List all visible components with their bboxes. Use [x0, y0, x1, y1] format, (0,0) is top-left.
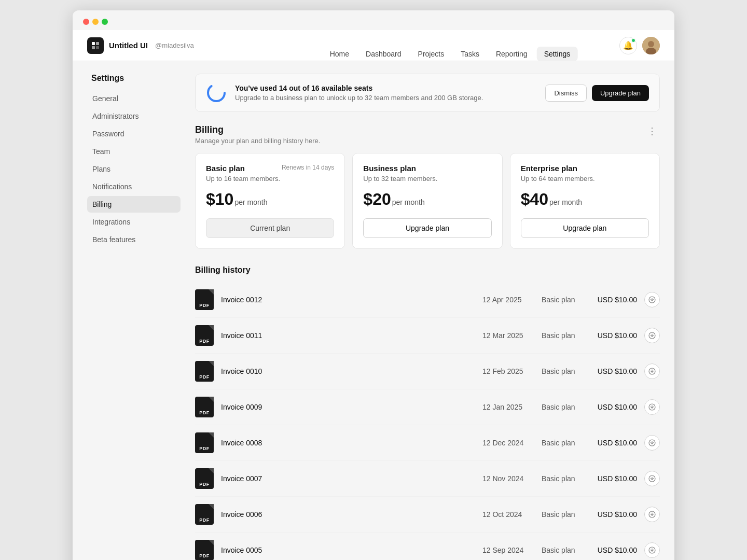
download-icon — [648, 332, 656, 339]
invoice-date: 12 Nov 2024 — [482, 474, 534, 483]
nav-reporting[interactable]: Reporting — [489, 47, 535, 61]
invoice-name: Invoice 0008 — [221, 439, 475, 447]
sidebar-item-plans[interactable]: Plans — [87, 161, 181, 177]
pdf-label: PDF — [199, 553, 210, 558]
sidebar-title: Settings — [87, 74, 181, 83]
plan-price-unit-enterprise: per month — [549, 198, 582, 206]
app-logo — [87, 37, 104, 54]
upgrade-title: You've used 14 out of 16 available seats — [235, 84, 537, 92]
plan-price-row-basic: $10 per month — [206, 190, 334, 209]
plan-price-unit-basic: per month — [234, 198, 267, 206]
main-content: You've used 14 out of 16 available seats… — [195, 74, 660, 560]
upgrade-business-button[interactable]: Upgrade plan — [363, 218, 491, 238]
billing-section: Billing Manage your plan and billing his… — [195, 124, 660, 560]
download-invoice-button[interactable] — [644, 292, 660, 307]
nav-home[interactable]: Home — [323, 47, 356, 61]
section-header: Billing Manage your plan and billing his… — [195, 124, 660, 145]
upgrade-text: You've used 14 out of 16 available seats… — [235, 84, 537, 102]
invoice-plan: Basic plan — [542, 403, 583, 411]
pdf-label: PDF — [199, 410, 210, 415]
invoice-plan: Basic plan — [542, 331, 583, 340]
pdf-label: PDF — [199, 339, 210, 344]
plan-price-row-enterprise: $40 per month — [521, 190, 649, 209]
svg-rect-1 — [96, 42, 99, 45]
sidebar-item-password[interactable]: Password — [87, 125, 181, 142]
invoice-name: Invoice 0012 — [221, 296, 475, 304]
pdf-icon: PDF — [195, 432, 214, 453]
invoice-amount: USD $10.00 — [590, 510, 637, 519]
upgrade-plan-button[interactable]: Upgrade plan — [592, 85, 649, 101]
invoice-row: PDF Invoice 0005 12 Sep 2024 Basic plan … — [195, 533, 660, 560]
pdf-label: PDF — [199, 374, 210, 380]
dismiss-button[interactable]: Dismiss — [545, 85, 587, 102]
invoice-name: Invoice 0006 — [221, 510, 475, 519]
nav-links-container: Home Dashboard Projects Tasks Reporting … — [323, 47, 578, 61]
download-invoice-button[interactable] — [644, 435, 660, 451]
more-options-button[interactable]: ⋮ — [644, 124, 660, 138]
sidebar-item-integrations[interactable]: Integrations — [87, 214, 181, 230]
invoice-row: PDF Invoice 0009 12 Jan 2025 Basic plan … — [195, 389, 660, 425]
nav-dashboard[interactable]: Dashboard — [358, 47, 409, 61]
plan-card-header-basic: Basic plan Renews in 14 days — [206, 164, 334, 173]
plan-card-enterprise: Enterprise plan Up to 64 team members. $… — [510, 153, 660, 249]
invoice-date: 12 Jan 2025 — [482, 403, 534, 411]
pdf-icon: PDF — [195, 468, 214, 489]
billing-subtitle: Manage your plan and billing history her… — [195, 137, 320, 145]
pdf-icon: PDF — [195, 361, 214, 382]
notifications-button[interactable]: 🔔 — [619, 37, 637, 54]
sidebar-item-beta[interactable]: Beta features — [87, 231, 181, 248]
upgrade-enterprise-button[interactable]: Upgrade plan — [521, 218, 649, 238]
invoice-plan: Basic plan — [542, 367, 583, 375]
plan-name-basic: Basic plan — [206, 164, 245, 173]
invoice-plan: Basic plan — [542, 510, 583, 519]
sidebar-item-general[interactable]: General — [87, 90, 181, 107]
billing-title: Billing — [195, 124, 320, 135]
maximize-button[interactable] — [102, 19, 108, 25]
invoice-plan: Basic plan — [542, 474, 583, 483]
close-button[interactable] — [83, 19, 89, 25]
pdf-label: PDF — [199, 482, 210, 487]
plan-renew-basic: Renews in 14 days — [282, 164, 334, 171]
nav-brand: Untitled UI @miadesilva — [87, 37, 194, 54]
plans-row: Basic plan Renews in 14 days Up to 16 te… — [195, 153, 660, 249]
avatar[interactable] — [642, 37, 660, 54]
invoice-plan: Basic plan — [542, 439, 583, 447]
pdf-label: PDF — [199, 303, 210, 308]
nav-tasks[interactable]: Tasks — [453, 47, 487, 61]
banner-actions: Dismiss Upgrade plan — [545, 85, 649, 102]
download-icon — [648, 403, 656, 411]
invoice-name: Invoice 0007 — [221, 474, 475, 483]
nav-projects[interactable]: Projects — [411, 47, 452, 61]
sidebar-item-notifications[interactable]: Notifications — [87, 178, 181, 195]
nav-actions: 🔔 — [619, 37, 660, 54]
sidebar-item-administrators[interactable]: Administrators — [87, 108, 181, 124]
nav-settings[interactable]: Settings — [537, 47, 578, 61]
invoice-row: PDF Invoice 0008 12 Dec 2024 Basic plan … — [195, 425, 660, 461]
download-invoice-button[interactable] — [644, 471, 660, 486]
invoice-amount: USD $10.00 — [590, 367, 637, 375]
current-plan-button: Current plan — [206, 218, 334, 238]
download-invoice-button[interactable] — [644, 399, 660, 415]
app-window: Untitled UI @miadesilva 🔔 Home Dashboard… — [73, 10, 674, 560]
pdf-icon: PDF — [195, 504, 214, 525]
invoice-row: PDF Invoice 0012 12 Apr 2025 Basic plan … — [195, 282, 660, 318]
minimize-button[interactable] — [92, 19, 99, 25]
download-icon — [648, 511, 656, 518]
download-invoice-button[interactable] — [644, 328, 660, 343]
plan-name-enterprise: Enterprise plan — [521, 164, 577, 173]
pdf-icon: PDF — [195, 540, 214, 560]
sidebar-item-team[interactable]: Team — [87, 143, 181, 160]
upgrade-icon — [206, 82, 227, 103]
invoice-date: 12 Sep 2024 — [482, 546, 534, 554]
sidebar-item-billing[interactable]: Billing — [87, 196, 181, 213]
download-icon — [648, 547, 656, 554]
download-invoice-button[interactable] — [644, 542, 660, 558]
download-invoice-button[interactable] — [644, 507, 660, 522]
invoice-amount: USD $10.00 — [590, 296, 637, 304]
download-invoice-button[interactable] — [644, 363, 660, 379]
plan-members-basic: Up to 16 team members. — [206, 175, 334, 183]
main-layout: Settings General Administrators Password… — [73, 61, 674, 560]
invoice-plan: Basic plan — [542, 546, 583, 554]
invoice-amount: USD $10.00 — [590, 546, 637, 554]
traffic-lights — [83, 19, 108, 25]
